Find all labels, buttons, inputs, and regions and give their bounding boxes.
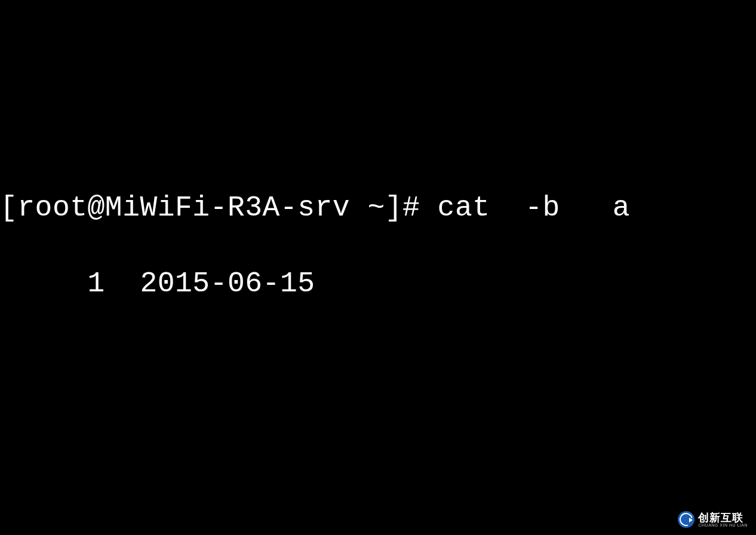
terminal-line (0, 416, 756, 454)
terminal-line (0, 492, 756, 530)
watermark-en: CHUANG XIN HU LIAN (698, 523, 748, 527)
refresh-icon (678, 511, 694, 528)
terminal-line: 1 2015-06-15 (0, 265, 756, 303)
terminal-line (0, 340, 756, 378)
terminal-line: [root@MiWiFi-R3A-srv ~]# cat -b a (0, 189, 756, 227)
watermark: 创新互联 CHUANG XIN HU LIAN (678, 511, 748, 528)
terminal-output[interactable]: [root@MiWiFi-R3A-srv ~]# cat -b a 1 2015… (0, 151, 756, 535)
watermark-cn: 创新互联 (698, 512, 748, 523)
watermark-text: 创新互联 CHUANG XIN HU LIAN (698, 512, 748, 527)
